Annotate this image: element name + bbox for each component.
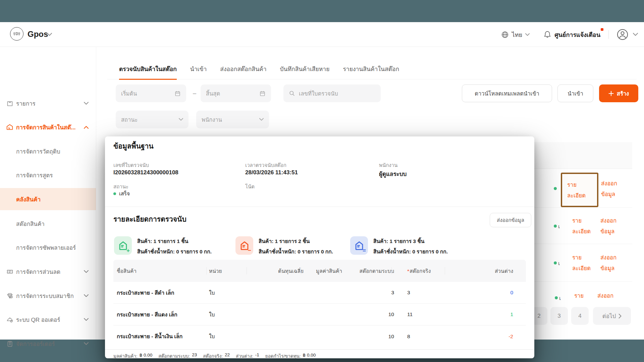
bell-icon xyxy=(544,31,551,39)
table-row: กระเป๋าสะพาย - สีแดง เล็ก ใบ 10 11 1 xyxy=(113,304,526,325)
sidebar-item-inventory[interactable]: คลังสินค้า xyxy=(0,192,96,206)
import-button[interactable]: นำเข้า xyxy=(557,84,593,102)
chevron-down-icon xyxy=(84,318,89,321)
notification-center[interactable]: ศูนย์การแจ้งเตือน xyxy=(544,30,600,40)
sidebar-item-raw-materials[interactable]: การจัดการวัตถุดิบ xyxy=(0,144,96,159)
plus-symbol: + xyxy=(126,247,130,254)
create-button[interactable]: สร้าง xyxy=(599,84,638,102)
tab-stock-report[interactable]: รายงานสินค้าในสต๊อก xyxy=(343,64,399,80)
export-link[interactable]: ส่งออก ข้อมูล xyxy=(600,215,616,237)
start-date-placeholder: เริ่มต้น xyxy=(121,89,174,98)
notification-badge xyxy=(601,28,603,31)
cell-diff: 1 xyxy=(447,311,513,317)
brand-name: Gpos xyxy=(28,29,48,39)
brand-chevron-down-icon[interactable] xyxy=(47,33,52,36)
sidebar-item-reports[interactable]: รายงาน xyxy=(0,361,96,362)
page-4-button[interactable]: 4 xyxy=(571,307,589,325)
cell-diff: -2 xyxy=(447,334,513,340)
export-link[interactable]: ส่งออก ข้อมูล xyxy=(601,178,617,199)
tab-stock-export[interactable]: ส่งออกสต๊อกสินค้า xyxy=(220,64,266,80)
tab-import[interactable]: นำเข้า xyxy=(190,64,207,80)
account-chevron-down-icon[interactable] xyxy=(633,33,638,36)
sidebar-item-suppliers[interactable]: การจัดการซัพพลายเออร์ xyxy=(0,240,96,255)
sidebar-item-stock-management[interactable]: การจัดการสินค้าในสต๊... xyxy=(0,120,96,134)
end-date-input[interactable]: สิ้นสุด xyxy=(201,84,271,102)
sidebar-item-qr-orders[interactable]: ระบบ QR ออเดอร์ xyxy=(0,312,96,327)
chevron-down-icon xyxy=(84,102,89,105)
required-mark: * xyxy=(407,268,409,274)
note-label: โน้ต xyxy=(245,183,255,191)
footer-profit-label: ยอดกำไร/ขาดทุน: xyxy=(265,352,301,360)
sidebar: รายการ การจัดการสินค้าในสต๊... การจัดการ… xyxy=(0,47,96,340)
sidebar-item-orders-list[interactable]: รายการ xyxy=(0,96,96,111)
header-actions: ไทย ศูนย์การแจ้งเตือน xyxy=(501,22,638,47)
tab-damaged-goods[interactable]: บันทึกสินค้าเสียหาย xyxy=(280,64,330,80)
sidebar-item-discounts[interactable]: การจัดการส่วนลด xyxy=(0,264,96,279)
detail-link[interactable]: ราย xyxy=(574,290,584,301)
cell-system-stock: 10 xyxy=(342,311,394,317)
export-link[interactable]: ส่งออก xyxy=(597,290,613,301)
status-dot-success xyxy=(113,192,116,195)
detail-link-focused[interactable]: ราย ละเอียด xyxy=(561,173,598,207)
sidebar-item-product-stock[interactable]: สต๊อกสินค้า xyxy=(0,216,96,231)
detail-link-line1: ราย xyxy=(567,179,597,190)
cell-system-stock: 10 xyxy=(342,334,394,340)
top-chrome-band xyxy=(0,0,644,22)
brand-logo[interactable] xyxy=(10,27,23,41)
export-link-line1: ส่งออก xyxy=(600,215,616,226)
search-placeholder: เลขที่ใบตรวจนับ xyxy=(299,89,375,98)
cell-unit: ใบ xyxy=(209,289,249,297)
tab-stock-count[interactable]: ตรวจนับสินค้าในสต๊อก xyxy=(119,64,177,80)
sidebar-item-order-management[interactable]: จัดการออร์เดอร์ xyxy=(0,336,96,351)
language-label: ไทย xyxy=(512,30,522,40)
col-diff: ส่วนต่าง xyxy=(447,267,513,275)
stock-add-icon: + xyxy=(114,236,132,255)
table-header-row: ชื่อสินค้า หน่วย ต้นทุนเฉลี่ย มูลค่าสินค… xyxy=(113,260,526,282)
sidebar-item-label: รายการ xyxy=(16,99,36,108)
status-filter-select[interactable]: สถานะ xyxy=(116,111,189,128)
export-link-line1: ส่งออก xyxy=(601,178,617,189)
detail-link[interactable]: ราย ละเอียด xyxy=(572,252,591,274)
footer-diff: -1 xyxy=(255,352,259,360)
status-dot-success xyxy=(554,225,557,228)
export-link-line1: ส่งออก xyxy=(600,252,616,263)
sidebar-item-label: สต๊อกสินค้า xyxy=(16,219,45,228)
sidebar-item-recipes[interactable]: การจัดการสูตร xyxy=(0,168,96,182)
chevron-down-icon xyxy=(259,118,264,121)
cell-actual-stock: 8 xyxy=(394,334,447,340)
status-dot-success xyxy=(555,296,558,299)
summary-equal: = สินค้า: 1 รายการ 3 ชิ้น สินค้าชั่งน้ำห… xyxy=(350,236,448,256)
language-switcher[interactable]: ไทย xyxy=(501,30,530,40)
summary-line2: สินค้าชั่งน้ำหนัก: 0 รายการ 0 กก. xyxy=(137,247,212,256)
sidebar-item-label: การจัดการซัพพลายเออร์ xyxy=(16,243,76,252)
account-avatar[interactable] xyxy=(617,29,628,40)
footer-profit: ฿ 0.00 xyxy=(303,352,316,360)
cell-unit: ใบ xyxy=(209,332,249,341)
footer-value: ฿ 0.00 xyxy=(140,352,153,360)
detail-link-line2: ละเอียด xyxy=(567,190,597,201)
modal-export-button[interactable]: ส่งออกข้อมูล xyxy=(490,213,531,227)
status-text-truncated: เ xyxy=(558,223,560,231)
export-link[interactable]: ส่งออก ข้อมูล xyxy=(600,252,616,274)
next-page-button[interactable]: ต่อไป xyxy=(593,307,631,325)
export-link-line2: ข้อมูล xyxy=(600,226,616,237)
modal-basic-info-title: ข้อมูลพื้นฐาน xyxy=(113,140,154,152)
notification-label: ศูนย์การแจ้งเตือน xyxy=(554,30,600,40)
warehouse-icon xyxy=(6,123,13,131)
start-date-input[interactable]: เริ่มต้น xyxy=(116,84,186,102)
sidebar-item-membership[interactable]: การจัดการระบบสมาชิก xyxy=(0,288,96,303)
sidebar-item-label: จัดการออร์เดอร์ xyxy=(16,339,55,348)
employee-filter-placeholder: พนักงาน xyxy=(202,115,259,124)
sidebar-item-label: การจัดการสินค้าในสต๊... xyxy=(16,123,75,132)
detail-link[interactable]: ราย ละเอียด xyxy=(572,215,591,237)
download-template-button[interactable]: ดาวน์โหลดเทมเพลตนำเข้า xyxy=(462,84,552,102)
status-text-truncated: เ xyxy=(559,294,561,302)
search-input[interactable]: เลขที่ใบตรวจนับ xyxy=(283,84,381,102)
sidebar-item-label: การจัดการสูตร xyxy=(16,171,53,180)
globe-icon xyxy=(501,31,509,39)
doc-no-label: เลขที่ใบตรวจนับ xyxy=(113,161,149,169)
page-3-button[interactable]: 3 xyxy=(550,307,568,325)
app-header: Gpos ไทย ศูนย์การแจ้งเตือน xyxy=(0,22,644,47)
employee-filter-select[interactable]: พนักงาน xyxy=(196,111,269,128)
date-range-separator: – xyxy=(189,84,200,102)
